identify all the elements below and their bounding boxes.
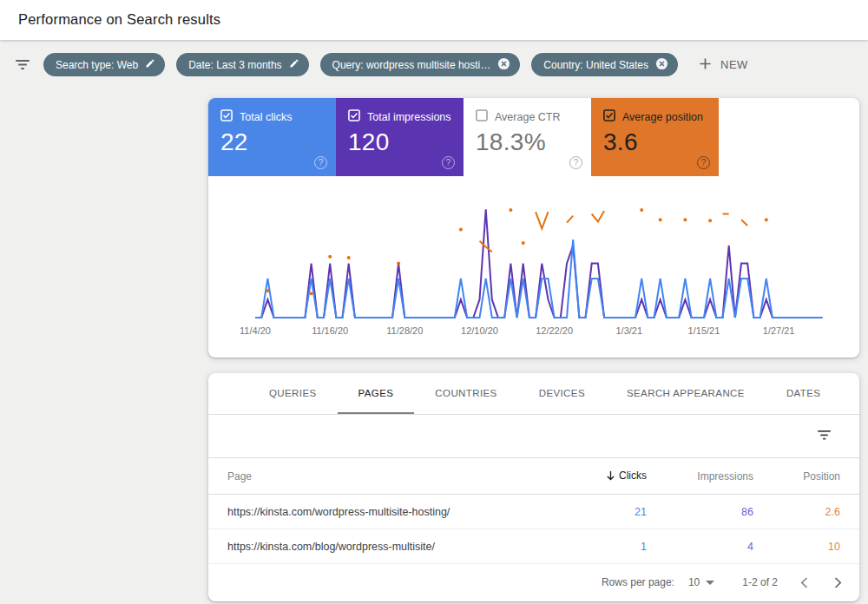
- metric-card-total-clicks[interactable]: Total clicks 22 ?: [208, 98, 336, 176]
- metric-card-label: Average position: [622, 111, 703, 123]
- help-icon[interactable]: ?: [442, 156, 455, 169]
- filter-chip-label: Query: wordpress multisite hosti…: [332, 59, 491, 71]
- page-url-link[interactable]: https://kinsta.com/blog/wordpress-multis…: [208, 541, 516, 553]
- filter-chip-label: Country: United States: [543, 59, 648, 71]
- chart-x-axis: 11/4/2011/16/2011/28/2012/10/2012/22/201…: [243, 325, 842, 338]
- position-segment: [741, 220, 747, 226]
- position-mark: [310, 292, 313, 295]
- metric-card-total-impressions[interactable]: Total impressions 120 ?: [336, 98, 464, 176]
- metric-card-label: Average CTR: [495, 111, 561, 123]
- filter-chip-date[interactable]: Date: Last 3 months: [176, 53, 308, 76]
- tab-devices[interactable]: DEVICES: [518, 373, 606, 414]
- column-header-clicks[interactable]: Clicks: [516, 469, 647, 483]
- checkbox-checked-icon[interactable]: [220, 109, 233, 124]
- metric-card-average-ctr[interactable]: Average CTR 18.3% ?: [464, 98, 591, 176]
- position-mark: [347, 256, 351, 259]
- filter-chip-search-type[interactable]: Search type: Web: [43, 53, 165, 76]
- clicks-value: 1: [516, 541, 647, 553]
- clicks-value: 21: [516, 506, 647, 518]
- x-axis-label: 12/10/20: [461, 325, 498, 336]
- position-mark: [640, 208, 643, 212]
- position-segment: [567, 216, 573, 223]
- help-icon[interactable]: ?: [697, 156, 710, 169]
- x-axis-label: 1/15/21: [688, 325, 720, 336]
- table-filter-icon[interactable]: [818, 430, 832, 441]
- position-mark: [659, 218, 662, 221]
- x-axis-label: 11/28/20: [386, 325, 423, 336]
- metric-card-label: Total clicks: [240, 111, 292, 123]
- column-header-position[interactable]: Position: [753, 470, 840, 483]
- help-icon[interactable]: ?: [569, 156, 582, 169]
- edit-icon[interactable]: [289, 58, 299, 71]
- table-header-row: Page Clicks Impressions Position: [208, 458, 859, 495]
- tab-pages[interactable]: PAGES: [338, 373, 415, 414]
- close-icon[interactable]: [655, 57, 668, 73]
- position-mark: [708, 219, 712, 222]
- filter-bar: Search type: Web Date: Last 3 months Que…: [15, 53, 748, 76]
- rows-per-page-value[interactable]: 10: [688, 576, 700, 588]
- metric-card-average-position[interactable]: Average position 3.6 ?: [591, 98, 719, 176]
- impressions-value: 4: [647, 541, 753, 553]
- close-icon[interactable]: [497, 57, 510, 73]
- x-axis-label: 11/16/20: [312, 325, 348, 336]
- next-page-button[interactable]: [834, 577, 842, 588]
- tab-search-appearance[interactable]: SEARCH APPEARANCE: [606, 373, 766, 414]
- filter-chip-label: Search type: Web: [56, 59, 138, 71]
- filter-chip-label: Date: Last 3 months: [188, 59, 281, 71]
- column-header-impressions[interactable]: Impressions: [647, 470, 753, 483]
- plus-icon: [699, 57, 712, 73]
- filter-icon[interactable]: [15, 59, 30, 70]
- checkbox-unchecked-icon[interactable]: [476, 109, 488, 124]
- tab-dates[interactable]: DATES: [766, 373, 842, 414]
- table-row[interactable]: https://kinsta.com/blog/wordpress-multis…: [208, 529, 859, 564]
- help-icon[interactable]: ?: [314, 156, 327, 169]
- rows-per-page-label: Rows per page:: [602, 576, 674, 588]
- new-filter-button[interactable]: NEW: [699, 57, 748, 73]
- metric-card-value: 18.3%: [476, 128, 591, 156]
- performance-chart[interactable]: [243, 185, 842, 324]
- position-value: 2.6: [753, 506, 840, 518]
- dimensions-table-panel: QUERIES PAGES COUNTRIES DEVICES SEARCH A…: [208, 373, 859, 601]
- new-filter-label: NEW: [720, 58, 748, 71]
- impressions-value: 86: [647, 506, 753, 518]
- metric-cards: Total clicks 22 ? Total impressions 120 …: [208, 98, 719, 176]
- position-mark: [459, 227, 463, 231]
- position-segment: [592, 211, 604, 221]
- position-segment: [536, 212, 548, 228]
- table-toolbar: [208, 415, 859, 458]
- position-mark: [765, 218, 768, 221]
- x-axis-label: 12/22/20: [536, 325, 573, 336]
- position-mark: [397, 262, 400, 266]
- position-value: 10: [753, 541, 840, 553]
- tab-countries[interactable]: COUNTRIES: [414, 373, 517, 414]
- table-row[interactable]: https://kinsta.com/wordpress-multisite-h…: [208, 495, 859, 529]
- page-url-link[interactable]: https://kinsta.com/wordpress-multisite-h…: [208, 506, 516, 518]
- caret-down-icon[interactable]: [706, 581, 714, 585]
- filter-chip-query[interactable]: Query: wordpress multisite hosti…: [320, 53, 521, 76]
- tab-queries[interactable]: QUERIES: [248, 373, 338, 414]
- clicks-line: [255, 240, 822, 318]
- x-axis-label: 1/27/21: [763, 325, 795, 336]
- position-mark: [509, 208, 512, 212]
- dimension-tabs: QUERIES PAGES COUNTRIES DEVICES SEARCH A…: [208, 373, 859, 415]
- performance-summary-panel: Total clicks 22 ? Total impressions 120 …: [208, 98, 859, 358]
- checkbox-checked-icon[interactable]: [603, 109, 615, 124]
- x-axis-label: 11/4/20: [240, 325, 271, 336]
- metric-card-value: 3.6: [603, 128, 719, 156]
- filter-chip-country[interactable]: Country: United States: [531, 53, 678, 76]
- column-header-page[interactable]: Page: [208, 470, 516, 483]
- performance-chart-area: 11/4/2011/16/2011/28/2012/10/2012/22/201…: [208, 176, 859, 358]
- sort-descending-icon: [606, 470, 615, 483]
- previous-page-button[interactable]: [800, 577, 808, 588]
- metric-card-label: Total impressions: [367, 111, 451, 123]
- position-mark: [522, 241, 525, 245]
- pagination-range: 1-2 of 2: [742, 576, 778, 588]
- title-bar: Performance on Search results: [0, 0, 868, 40]
- metric-card-value: 22: [220, 128, 336, 156]
- page-title: Performance on Search results: [0, 0, 868, 28]
- metric-card-value: 120: [348, 128, 464, 156]
- x-axis-label: 1/3/21: [616, 325, 643, 336]
- checkbox-checked-icon[interactable]: [348, 109, 360, 124]
- table-pagination: Rows per page: 10 1-2 of 2: [208, 564, 859, 601]
- edit-icon[interactable]: [145, 58, 155, 71]
